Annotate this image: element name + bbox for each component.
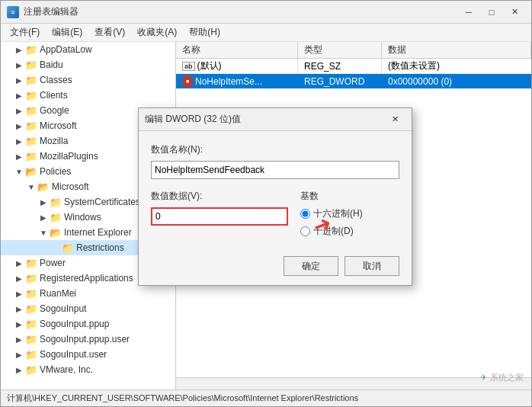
table-row[interactable]: ab (默认) REG_SZ (数值未设置) xyxy=(176,59,531,74)
buttons-area: ➜ 确定 取消 xyxy=(151,250,399,276)
menu-bar: 文件(F) 编辑(E) 查看(V) 收藏夹(A) 帮助(H) xyxy=(1,24,531,42)
tree-item-vmware[interactable]: ▶ 📁 VMware, Inc. xyxy=(1,362,175,377)
folder-icon: 📁 xyxy=(62,242,74,253)
folder-icon: 📁 xyxy=(25,120,37,131)
tree-label: Windows xyxy=(64,212,101,223)
value-input-wrapper xyxy=(151,207,288,226)
tree-arrow: ▶ xyxy=(37,198,50,207)
folder-icon: 📁 xyxy=(25,136,37,146)
tree-label: Microsoft xyxy=(52,181,89,192)
tree-arrow: ▶ xyxy=(13,46,25,54)
cell-type: REG_DWORD xyxy=(298,74,382,88)
folder-icon: 📁 xyxy=(50,212,62,223)
folder-icon: 📁 xyxy=(25,105,37,116)
tree-label: Classes xyxy=(40,75,72,85)
tree-label: Mozilla xyxy=(40,136,68,146)
folder-icon: 📁 xyxy=(25,44,37,55)
tree-label: Policies xyxy=(40,166,71,177)
tree-item-sogousinput-ppup[interactable]: ▶ 📁 SogouInput.ppup xyxy=(1,316,175,332)
app-icon: ≡ xyxy=(7,6,19,18)
tree-label: SystemCertificates xyxy=(64,197,140,207)
watermark: ✈ 系统之家 xyxy=(480,372,524,383)
menu-help[interactable]: 帮助(H) xyxy=(183,24,226,41)
main-window: ≡ 注册表编辑器 ─ □ ✕ 文件(F) 编辑(E) 查看(V) 收藏夹(A) … xyxy=(0,0,532,407)
cancel-button[interactable]: 取消 xyxy=(345,256,399,276)
radio-dec[interactable] xyxy=(300,226,310,236)
folder-icon: 📁 xyxy=(25,90,37,101)
tree-label: Microsoft xyxy=(40,120,77,131)
table-header: 名称 类型 数据 xyxy=(176,42,531,59)
ok-button[interactable]: 确定 xyxy=(284,256,338,276)
tree-label: Baidu xyxy=(40,59,63,70)
tree-arrow: ▶ xyxy=(13,61,25,69)
close-button[interactable]: ✕ xyxy=(504,4,525,21)
dialog-edit-dword[interactable]: 编辑 DWORD (32 位)值 ✕ 数值名称(N): 数值数据(V): xyxy=(138,107,412,286)
reg-ab-icon: ab xyxy=(182,62,195,71)
tree-label: Clients xyxy=(40,90,68,101)
dialog-close-button[interactable]: ✕ xyxy=(384,111,405,128)
watermark-text: 系统之家 xyxy=(490,372,524,383)
tree-arrow: ▶ xyxy=(13,320,25,328)
minimize-button[interactable]: ─ xyxy=(458,4,479,21)
tree-label: SogouInput.ppup.user xyxy=(40,334,130,345)
tree-item-classes[interactable]: ▶ 📁 Classes xyxy=(1,72,175,88)
tree-item-ruanmei[interactable]: ▶ 📁 RuanMei xyxy=(1,286,175,301)
tree-item-clients[interactable]: ▶ 📁 Clients xyxy=(1,88,175,103)
col-header-type: 类型 xyxy=(298,42,382,58)
maximize-button[interactable]: □ xyxy=(481,4,502,21)
tree-arrow: ▶ xyxy=(37,213,50,222)
folder-icon: 📁 xyxy=(25,319,37,329)
folder-icon: 📁 xyxy=(25,151,37,162)
table-row-selected[interactable]: ■ NoHelpItemSe... REG_DWORD 0x00000000 (… xyxy=(176,74,531,89)
folder-icon: 📁 xyxy=(25,273,37,284)
folder-icon: 📁 xyxy=(25,334,37,345)
tree-label: Google xyxy=(40,105,69,116)
tree-arrow-down: ▼ xyxy=(37,229,50,237)
folder-open-icon: 📂 xyxy=(37,181,50,192)
tree-label: SogouInput.ppup xyxy=(40,319,109,329)
radio-hex[interactable] xyxy=(300,209,310,219)
tree-arrow: ▶ xyxy=(13,335,25,344)
dialog-body: 数值名称(N): 数值数据(V): 基数 xyxy=(139,131,412,285)
status-bar: 计算机\HKEY_CURRENT_USER\SOFTWARE\Policies\… xyxy=(1,389,531,406)
base-label: 基数 xyxy=(300,190,399,203)
tree-item-baidu[interactable]: ▶ 📁 Baidu xyxy=(1,57,175,72)
tree-label: RuanMei xyxy=(40,288,76,299)
value-label: 数值数据(V): xyxy=(151,190,288,203)
tree-item-sogousinput-ppup-user[interactable]: ▶ 📁 SogouInput.ppup.user xyxy=(1,332,175,347)
cell-data: 0x00000000 (0) xyxy=(382,74,531,88)
window-title: 注册表编辑器 xyxy=(24,5,458,18)
folder-icon: 📁 xyxy=(25,258,37,268)
tree-label: SogouInput xyxy=(40,303,86,314)
folder-icon: 📁 xyxy=(25,75,37,85)
name-input[interactable] xyxy=(151,161,399,179)
menu-edit[interactable]: 编辑(E) xyxy=(46,24,88,41)
tree-item-appdatalow[interactable]: ▶ 📁 AppDataLow xyxy=(1,42,175,57)
menu-favorites[interactable]: 收藏夹(A) xyxy=(131,24,183,41)
value-input[interactable] xyxy=(151,207,288,226)
title-bar: ≡ 注册表编辑器 ─ □ ✕ xyxy=(1,1,531,24)
tree-item-sogousinput-user[interactable]: ▶ 📁 SogouInput.user xyxy=(1,347,175,362)
tree-arrow: ▶ xyxy=(13,259,25,268)
menu-file[interactable]: 文件(F) xyxy=(4,24,46,41)
folder-icon: 📁 xyxy=(25,288,37,299)
menu-view[interactable]: 查看(V) xyxy=(88,24,131,41)
window-controls: ─ □ ✕ xyxy=(458,4,525,21)
folder-icon: 📁 xyxy=(25,303,37,314)
col-header-name: 名称 xyxy=(176,42,298,58)
horizontal-scrollbar[interactable] xyxy=(176,377,531,389)
dialog-buttons: 确定 取消 xyxy=(151,250,399,276)
folder-icon: 📁 xyxy=(25,59,37,70)
cell-type: REG_SZ xyxy=(298,59,382,73)
tree-arrow: ▶ xyxy=(13,274,25,283)
cell-name-value: NoHelpItemSe... xyxy=(195,76,262,87)
tree-label: SogouInput.user xyxy=(40,349,107,360)
tree-label-restrictions: Restrictions xyxy=(76,242,124,253)
tree-label: MozillaPlugins xyxy=(40,151,98,162)
tree-label: RegisteredApplications xyxy=(40,273,133,284)
folder-icon: 📁 xyxy=(50,197,62,207)
tree-arrow: ▶ xyxy=(13,290,25,298)
tree-item-sogousinput[interactable]: ▶ 📁 SogouInput xyxy=(1,301,175,316)
tree-arrow: ▶ xyxy=(13,76,25,85)
tree-label: Power xyxy=(40,258,66,268)
